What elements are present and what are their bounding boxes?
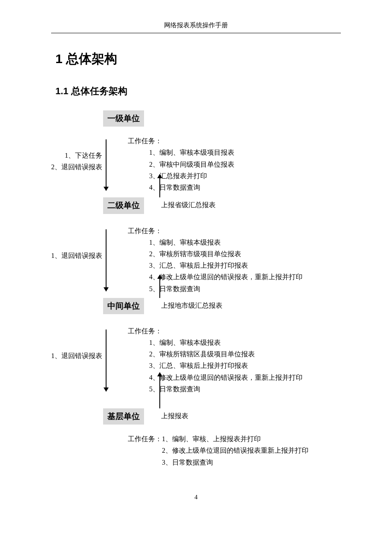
task-item: 5、日常数据查询 — [149, 383, 341, 395]
left-note: 2、退回错误报表 — [38, 161, 102, 173]
page-number: 4 — [51, 494, 341, 501]
unit-level-1: 一级单位 — [103, 110, 144, 127]
upload-label: 上报省级汇总报表 — [161, 199, 216, 211]
task-item: 2、审核所辖辖区县级项目单位报表 — [149, 348, 341, 360]
task-item: 4、日常数据查询 — [149, 182, 341, 193]
task-item: 1、编制、审核本级项目报表 — [149, 147, 341, 158]
arrow-down-icon — [106, 229, 107, 291]
task-title: 工作任务： — [128, 135, 341, 147]
heading-1: 1 总体架构 — [55, 50, 341, 68]
task-title: 工作任务： — [128, 325, 341, 337]
task-item: 4、修改上级单位退回的错误报表，重新上报并打印 — [149, 372, 341, 383]
arrow-up-icon — [159, 373, 160, 408]
unit-level-2: 二级单位 — [103, 197, 144, 214]
task-item: 3、汇总、审核后上报并打印报表 — [149, 360, 341, 371]
task-item: 2、审核所辖市级项目单位报表 — [149, 248, 341, 260]
bottom-task-block: 工作任务：1、编制、审核、上报报表并打印 2、修改上级单位退回的错误报表重新上报… — [128, 433, 341, 468]
arrow-up-icon — [159, 275, 160, 298]
task-item: 1、编制、审核本级报表 — [149, 237, 341, 248]
architecture-diagram: 一级单位 1、下达任务 2、退回错误报表 工作任务： 1、编制、审核本级项目报表… — [51, 110, 341, 468]
task-title-inline: 工作任务： — [128, 435, 162, 442]
task-item: 3、汇总、审核后上报并打印报表 — [149, 260, 341, 271]
task-item: 3、日常数据查询 — [162, 457, 341, 468]
task-item: 1、编制、审核、上报报表并打印 — [162, 435, 261, 442]
unit-level-4: 基层单位 — [103, 408, 144, 425]
upload-label: 上报地市级汇总报表 — [161, 300, 222, 311]
arrow-up-icon — [159, 174, 160, 197]
task-item: 1、编制、审核本级报表 — [149, 337, 341, 348]
upload-label: 上报报表 — [161, 410, 188, 422]
task-item: 2、修改上级单位退回的错误报表重新上报并打印 — [162, 445, 341, 456]
arrow-down-icon — [106, 330, 107, 391]
heading-2: 1.1 总体任务架构 — [55, 85, 341, 98]
unit-level-3: 中间单位 — [103, 298, 144, 314]
task-item: 4、修改上级单位退回的错误报表，重新上报并打印 — [149, 271, 341, 283]
left-note: 1、下达任务 — [38, 150, 102, 161]
arrow-down-icon — [106, 139, 107, 191]
task-title: 工作任务： — [128, 225, 341, 237]
left-note: 1、退回错误报表 — [38, 250, 102, 261]
left-note: 1、退回错误报表 — [38, 350, 102, 361]
page-header: 网络报表系统操作手册 — [51, 21, 341, 33]
task-item: 5、日常数据查询 — [149, 283, 341, 295]
task-item: 3、汇总报表并打印 — [149, 170, 341, 182]
task-item: 2、审核中间级项目单位报表 — [149, 159, 341, 170]
